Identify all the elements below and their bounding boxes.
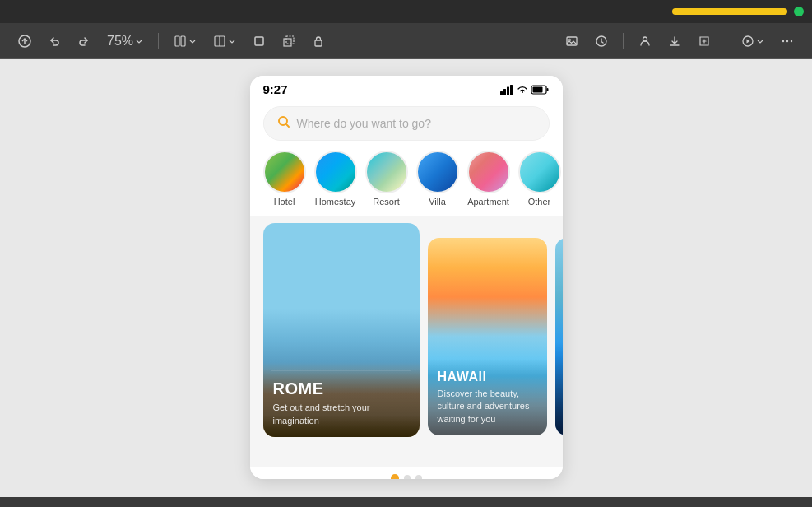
- dot-3[interactable]: [415, 475, 422, 479]
- search-icon: [277, 115, 290, 132]
- card-pacific-overlay: PACIFIC OCEAN Plan your trip with Pacifi…: [555, 342, 563, 435]
- toolbar-separator: [158, 33, 159, 49]
- share-button[interactable]: [693, 31, 716, 51]
- search-bar[interactable]: Where do you want to go?: [263, 106, 550, 141]
- toolbar-separator-2: [623, 33, 624, 49]
- svg-point-14: [782, 40, 784, 41]
- categories-row: Hotel Homestay Resort Villa Apartment Ot…: [250, 151, 563, 216]
- download-button[interactable]: [663, 31, 686, 51]
- progress-bar: [672, 8, 787, 15]
- upload-button[interactable]: [13, 31, 36, 51]
- svg-rect-7: [286, 36, 294, 44]
- category-circle-resort: [365, 151, 408, 193]
- dots-navigation: [250, 467, 563, 479]
- category-other[interactable]: Other: [518, 151, 561, 207]
- dot-1[interactable]: [391, 474, 399, 479]
- card-rome-title: ROME: [273, 379, 410, 398]
- card-hawaii[interactable]: HAWAII Discover the beauty, culture and …: [428, 238, 547, 435]
- svg-rect-2: [181, 36, 185, 46]
- svg-rect-9: [567, 37, 577, 45]
- category-circle-homestay: [314, 151, 357, 193]
- category-label-other: Other: [528, 197, 551, 207]
- lock-button[interactable]: [307, 31, 330, 51]
- category-circle-hotel: [263, 151, 306, 193]
- svg-point-16: [791, 40, 792, 41]
- category-label-villa: Villa: [429, 197, 446, 207]
- crop-button[interactable]: [248, 31, 271, 51]
- status-time: 9:27: [263, 82, 288, 96]
- toolbar: 75%: [0, 23, 812, 59]
- main-content: 9:27: [0, 59, 812, 497]
- category-apartment[interactable]: Apartment: [467, 151, 510, 207]
- category-circle-apartment: [467, 151, 510, 193]
- svg-rect-1: [175, 36, 179, 46]
- status-bar: 9:27: [250, 76, 563, 100]
- card-hawaii-overlay: HAWAII Discover the beauty, culture and …: [428, 359, 547, 435]
- search-section: Where do you want to go?: [250, 100, 563, 151]
- svg-rect-19: [507, 86, 509, 95]
- svg-rect-23: [546, 88, 548, 91]
- play-button[interactable]: [736, 31, 769, 51]
- dot-2[interactable]: [404, 475, 411, 479]
- signal-icon: [500, 85, 513, 95]
- user-button[interactable]: [633, 31, 657, 51]
- svg-point-10: [568, 39, 570, 40]
- category-resort[interactable]: Resort: [365, 151, 408, 207]
- cards-section: ROME Get out and stretch your imaginatio…: [250, 216, 563, 467]
- svg-rect-6: [284, 39, 291, 46]
- category-label-apartment: Apartment: [467, 197, 509, 207]
- category-circle-other: [518, 151, 561, 193]
- card-rome-overlay: ROME Get out and stretch your imaginatio…: [263, 369, 420, 437]
- category-label-resort: Resort: [373, 197, 399, 207]
- history-button[interactable]: [590, 31, 613, 51]
- more-button[interactable]: [776, 31, 799, 51]
- svg-rect-20: [510, 85, 513, 95]
- layout2-button[interactable]: [208, 31, 241, 51]
- svg-rect-5: [255, 37, 263, 45]
- svg-point-15: [786, 40, 788, 41]
- undo-button[interactable]: [43, 31, 66, 51]
- transform-button[interactable]: [277, 31, 300, 51]
- toolbar-separator-3: [726, 33, 726, 49]
- svg-rect-8: [315, 40, 322, 46]
- category-label-homestay: Homestay: [315, 197, 356, 207]
- status-dot: [794, 7, 804, 16]
- card-hawaii-title: HAWAII: [438, 369, 537, 384]
- search-placeholder: Where do you want to go?: [297, 117, 536, 130]
- card-pacific[interactable]: PACIFIC OCEAN Plan your trip with Pacifi…: [555, 238, 563, 435]
- layout1-button[interactable]: [169, 31, 202, 51]
- category-homestay[interactable]: Homestay: [314, 151, 357, 207]
- category-villa[interactable]: Villa: [416, 151, 459, 207]
- status-icons: [500, 85, 550, 95]
- category-circle-villa: [416, 151, 459, 193]
- card-rome-desc: Get out and stretch your imagination: [273, 402, 410, 427]
- redo-button[interactable]: [72, 31, 95, 51]
- svg-rect-18: [503, 89, 506, 95]
- phone-mockup: 9:27: [250, 76, 563, 479]
- card-rome[interactable]: ROME Get out and stretch your imaginatio…: [263, 223, 420, 437]
- svg-point-12: [643, 37, 647, 41]
- wifi-icon: [517, 85, 528, 95]
- zoom-value: 75%: [107, 34, 133, 49]
- svg-rect-17: [500, 91, 503, 95]
- svg-rect-22: [532, 86, 542, 92]
- image-button[interactable]: [560, 31, 583, 51]
- card-hawaii-desc: Discover the beauty, culture and adventu…: [438, 388, 537, 426]
- zoom-button[interactable]: 75%: [102, 30, 148, 52]
- category-hotel[interactable]: Hotel: [263, 151, 306, 207]
- category-label-hotel: Hotel: [274, 197, 295, 207]
- battery-icon: [531, 85, 550, 95]
